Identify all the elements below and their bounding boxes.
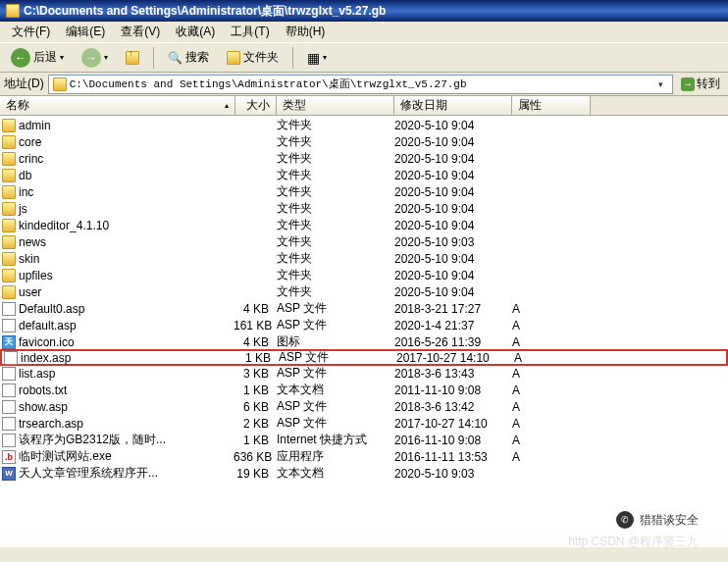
titlebar[interactable]: C:\Documents and Settings\Administrator\… [0,0,728,22]
file-row[interactable]: trsearch.asp2 KBASP 文件2017-10-27 14:10A [0,415,728,432]
address-bar: 地址(D) C:\Documents and Settings\Administ… [0,73,728,96]
file-date: 2020-5-10 9:04 [392,285,510,299]
file-name: news [19,235,46,249]
folder-icon [2,235,16,249]
file-row[interactable]: index.asp1 KBASP 文件2017-10-27 14:10A [0,349,728,366]
file-list[interactable]: admin文件夹2020-5-10 9:04core文件夹2020-5-10 9… [0,116,728,547]
file-date: 2020-5-10 9:04 [392,219,510,232]
file-row[interactable]: W天人文章管理系统程序开...19 KB文本文档2020-5-10 9:03 [0,465,728,482]
asp-icon [2,319,16,332]
back-button[interactable]: ← 后退 ▾ [4,45,71,71]
file-row[interactable]: db文件夹2020-5-10 9:04 [0,167,728,183]
file-row[interactable]: Default0.asp4 KBASP 文件2018-3-21 17:27A [0,300,728,317]
file-row[interactable]: core文件夹2020-5-10 9:04 [0,133,728,150]
file-date: 2016-11-11 13:53 [392,450,510,464]
file-size: 161 KB [234,319,275,332]
go-button[interactable]: → 转到 [677,74,724,94]
txt-icon [2,383,16,397]
file-name: db [19,169,31,182]
address-path: C:\Documents and Settings\Administrator\… [70,77,650,91]
col-size[interactable]: 大小 [235,96,277,115]
file-size: 1 KB [234,383,275,397]
views-button[interactable]: ▦ ▾ [300,47,334,69]
file-row[interactable]: js文件夹2020-5-10 9:04 [0,200,728,217]
col-attr[interactable]: 属性 [512,96,591,115]
file-name: skin [19,252,39,266]
menu-tools[interactable]: 工具(T) [223,22,277,42]
file-size: 636 KB [234,450,275,464]
asp-icon [2,302,16,316]
col-name[interactable]: 名称▴ [0,96,235,115]
go-icon: → [681,77,695,91]
folder-icon [2,285,16,299]
address-label: 地址(D) [4,76,44,92]
file-date: 2020-5-10 9:04 [392,185,510,199]
up-button[interactable]: ↑ [119,48,146,68]
toolbar: ← 后退 ▾ → ▾ ↑ 🔍 搜索 文件夹 ▦ ▾ [0,43,728,73]
file-size: 3 KB [234,367,275,381]
address-dropdown-icon[interactable]: ▾ [653,79,668,89]
file-row[interactable]: 天favicon.ico4 KB图标2016-5-26 11:39A [0,333,728,350]
file-date: 2020-5-10 9:04 [392,269,510,282]
file-attr: A [510,434,589,447]
folder-icon [2,219,16,232]
file-row[interactable]: admin文件夹2020-5-10 9:04 [0,117,728,133]
file-attr: A [510,335,589,349]
exe-icon: .b [2,450,16,464]
file-date: 2018-3-21 17:27 [392,302,510,316]
folder-icon [2,152,16,166]
back-icon: ← [11,48,30,68]
menu-view[interactable]: 查看(V) [113,22,168,42]
forward-button[interactable]: → ▾ [75,45,115,71]
file-type: Internet 快捷方式 [275,432,392,448]
address-input[interactable]: C:\Documents and Settings\Administrator\… [48,75,673,94]
file-size: 4 KB [234,302,275,316]
file-attr: A [510,302,589,316]
file-date: 2020-5-10 9:04 [392,202,510,216]
file-row[interactable]: upfiles文件夹2020-5-10 9:04 [0,267,728,283]
menu-favorites[interactable]: 收藏(A) [168,22,223,42]
file-type: ASP 文件 [275,415,392,432]
window-title: C:\Documents and Settings\Administrator\… [24,3,386,20]
back-label: 后退 [33,49,57,66]
file-row[interactable]: .b临时测试网站.exe636 KB应用程序2016-11-11 13:53A [0,448,728,465]
file-row[interactable]: list.asp3 KBASP 文件2018-3-6 13:43A [0,365,728,382]
file-row[interactable]: news文件夹2020-5-10 9:03 [0,233,728,250]
file-row[interactable]: kindeditor_4.1.10文件夹2020-5-10 9:04 [0,217,728,233]
search-button[interactable]: 🔍 搜索 [161,46,216,69]
col-date[interactable]: 修改日期 [394,96,512,115]
menu-file[interactable]: 文件(F) [4,22,58,42]
file-date: 2016-5-26 11:39 [392,335,510,349]
file-row[interactable]: show.asp6 KBASP 文件2018-3-6 13:42A [0,398,728,415]
file-type: 文件夹 [275,150,392,167]
file-attr: A [510,367,589,381]
file-date: 2018-3-6 13:42 [392,400,510,414]
file-type: ASP 文件 [275,398,392,415]
file-date: 2017-10-27 14:10 [392,417,510,431]
folders-button[interactable]: 文件夹 [220,46,286,69]
file-name: inc [19,185,33,199]
file-type: 文件夹 [275,133,392,150]
file-type: ASP 文件 [277,349,394,366]
folder-icon [2,202,16,216]
file-name: index.asp [21,351,71,365]
file-row[interactable]: 该程序为GB2312版，随时...1 KBInternet 快捷方式2016-1… [0,432,728,448]
file-name: 该程序为GB2312版，随时... [19,432,166,448]
file-row[interactable]: default.asp161 KBASP 文件2020-1-4 21:37A [0,317,728,333]
menu-edit[interactable]: 编辑(E) [58,22,113,42]
col-type[interactable]: 类型 [277,96,394,115]
folder-icon [2,135,16,149]
views-dropdown-icon: ▾ [323,53,327,62]
column-headers: 名称▴ 大小 类型 修改日期 属性 [0,96,728,116]
file-row[interactable]: robots.txt1 KB文本文档2011-11-10 9:08A [0,382,728,398]
asp-icon [4,351,18,365]
file-row[interactable]: crinc文件夹2020-5-10 9:04 [0,150,728,167]
file-type: 文本文档 [275,465,392,482]
file-row[interactable]: user文件夹2020-5-10 9:04 [0,283,728,300]
file-row[interactable]: skin文件夹2020-5-10 9:04 [0,250,728,267]
menu-help[interactable]: 帮助(H) [278,22,334,42]
file-name: 天人文章管理系统程序开... [19,465,158,482]
file-row[interactable]: inc文件夹2020-5-10 9:04 [0,183,728,200]
file-date: 2020-5-10 9:04 [392,152,510,166]
file-attr: A [510,319,589,332]
